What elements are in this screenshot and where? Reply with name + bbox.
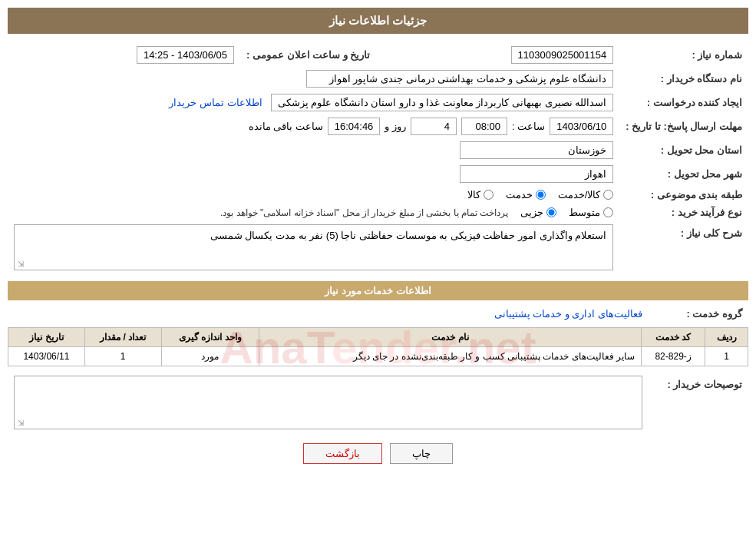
namDastgah-label: نام دستگاه خریدار : xyxy=(619,67,748,91)
ostan-value-cell: خوزستان xyxy=(8,138,619,162)
col-tarikh: تاریخ نیاز xyxy=(8,328,85,347)
tabaqe-value-cell: کالا/خدمت خدمت کالا xyxy=(8,186,619,204)
services-table: ردیف کد خدمت نام خدمت واحد اندازه گیری ت… xyxy=(8,327,748,366)
tarikh-value-cell: 1403/06/05 - 14:25 xyxy=(8,43,240,67)
tarikh-value: 1403/06/05 - 14:25 xyxy=(137,46,234,64)
button-row: چاپ بازگشت xyxy=(8,443,748,464)
mohlat-saat: 08:00 xyxy=(461,118,507,135)
namDastgah-value: دانشگاه علوم پزشکی و خدمات بهداشتی درمان… xyxy=(306,70,613,88)
radio-khadamat-label: خدمت xyxy=(506,189,533,200)
cell-tarikh: 1403/06/11 xyxy=(8,347,85,366)
radio-kala-khadamat: کالا/خدمت xyxy=(558,189,614,200)
row-tawzih: توصیحات خریدار : ⇲ xyxy=(8,373,748,432)
page-title: جزئیات اطلاعات نیاز xyxy=(329,14,427,27)
sharhKoli-box: استعلام واگذاری امور حفاظت فیزیکی به موس… xyxy=(14,224,613,270)
page-header: جزئیات اطلاعات نیاز xyxy=(8,8,748,34)
mohlat-roz: 4 xyxy=(411,118,457,135)
shomareNiaz-value: 1103009025001154 xyxy=(511,46,614,64)
mohlat-label: مهلت ارسال پاسخ: تا تاریخ : xyxy=(619,114,748,138)
ijadKonande-value-cell: اسدالله نصیری بهبهانی کاربرداز معاونت غذ… xyxy=(8,91,619,114)
radio-kala-khadamat-label: کالا/خدمت xyxy=(558,189,601,200)
shomareNiaz-value-cell: 1103009025001154 xyxy=(376,43,619,67)
mohlat-value-cell: 1403/06/10 ساعت : 08:00 4 روز و 16:04:46… xyxy=(8,114,619,138)
namDastgah-value-cell: دانشگاه علوم پزشکی و خدمات بهداشتی درمان… xyxy=(8,67,619,91)
ijadKonande-value: اسدالله نصیری بهبهانی کاربرداز معاونت غذ… xyxy=(271,94,614,111)
groheKhadamat-value[interactable]: فعالیت‌های اداری و خدمات پشتیبانی xyxy=(494,308,642,320)
shahr-label: شهر محل تحویل : xyxy=(619,162,748,186)
noFarayand-label: نوع فرآیند خرید : xyxy=(619,204,748,221)
row-groheKhadamat: گروه خدمت : فعالیت‌های اداری و خدمات پشت… xyxy=(8,305,748,323)
ostan-label: استان محل تحویل : xyxy=(619,138,748,162)
mohlat-baqi: 16:04:46 xyxy=(328,118,381,135)
sharhKoli-label: شرح کلی نیاز : xyxy=(619,221,748,273)
radio-motevaset: متوسط xyxy=(569,207,613,218)
radio-jazii-label: جزیی xyxy=(520,207,543,218)
sharhKoli-value-cell: استعلام واگذاری امور حفاظت فیزیکی به موس… xyxy=(8,221,619,273)
col-vahed: واحد اندازه گیری xyxy=(161,328,259,347)
cell-tedad: 1 xyxy=(84,347,161,366)
shomareNiaz-label: شماره نیاز : xyxy=(619,43,748,67)
radio-jazii-input[interactable] xyxy=(546,207,556,217)
mohlat-baqi-label: ساعت باقی مانده xyxy=(249,121,323,132)
ijadKonande-label: ایجاد کننده درخواست : xyxy=(619,91,748,114)
row-sharhKoli: شرح کلی نیاز : استعلام واگذاری امور حفاظ… xyxy=(8,221,748,273)
ostan-value: خوزستان xyxy=(460,141,613,159)
groheKhadamat-value-cell: فعالیت‌های اداری و خدمات پشتیبانی xyxy=(8,305,649,323)
row-shahr: شهر محل تحویل : اهواز xyxy=(8,162,748,186)
tabaqe-label: طبقه بندی موضوعی : xyxy=(619,186,748,204)
row-ijad: ایجاد کننده درخواست : اسدالله نصیری بهبه… xyxy=(8,91,748,114)
services-table-header-row: ردیف کد خدمت نام خدمت واحد اندازه گیری ت… xyxy=(8,328,748,347)
radio-kala-label: کالا xyxy=(467,189,480,200)
radio-khadamat-input[interactable] xyxy=(536,190,546,200)
cell-radif: 1 xyxy=(705,347,748,366)
col-nam: نام خدمت xyxy=(259,328,642,347)
col-tedad: تعداد / مقدار xyxy=(84,328,161,347)
row-tabaqe: طبقه بندی موضوعی : کالا/خدمت خدمت کالا xyxy=(8,186,748,204)
tawzih-table: توصیحات خریدار : ⇲ xyxy=(8,373,748,432)
tawzih-label: توصیحات خریدار : xyxy=(649,373,748,432)
radio-motevaset-label: متوسط xyxy=(569,207,600,218)
shahr-value: اهواز xyxy=(460,165,613,183)
services-section-title: اطلاعات خدمات مورد نیاز xyxy=(8,281,748,300)
row-namDastgah: نام دستگاه خریدار : دانشگاه علوم پزشکی و… xyxy=(8,67,748,91)
radio-kala: کالا xyxy=(467,189,494,200)
ettelaatTamas-link[interactable]: اطلاعات تماس خریدار xyxy=(169,97,262,108)
back-button[interactable]: بازگشت xyxy=(303,443,382,464)
cell-nam: سایر فعالیت‌های خدمات پشتیبانی کسب و کار… xyxy=(259,347,642,366)
sharh-resize-icon: ⇲ xyxy=(18,260,24,268)
radio-jazii: جزیی xyxy=(520,207,556,218)
row-shomareNiaz: شماره نیاز : 1103009025001154 تاریخ و سا… xyxy=(8,43,748,67)
mohlat-roz-label: روز و xyxy=(385,121,406,132)
cell-vahed: مورد xyxy=(161,347,259,366)
radio-khadamat: خدمت xyxy=(506,189,546,200)
tarikh-label: تاریخ و ساعت اعلان عمومی : xyxy=(240,43,376,67)
col-kod: کد خدمت xyxy=(641,328,705,347)
mohlat-date: 1403/06/10 xyxy=(550,118,613,135)
noFarayand-value-cell: متوسط جزیی پرداخت تمام یا بخشی از مبلغ خ… xyxy=(8,204,619,221)
radio-kala-input[interactable] xyxy=(484,190,494,200)
mohlat-saat-label: ساعت : xyxy=(512,121,545,132)
noFarayand-desc: پرداخت تمام یا بخشی از مبلغ خریدار از مح… xyxy=(220,207,508,218)
radio-motevaset-input[interactable] xyxy=(603,207,613,217)
row-mohlat: مهلت ارسال پاسخ: تا تاریخ : 1403/06/10 س… xyxy=(8,114,748,138)
print-button[interactable]: چاپ xyxy=(390,443,453,464)
col-radif: ردیف xyxy=(705,328,748,347)
shahr-value-cell: اهواز xyxy=(8,162,619,186)
row-ostan: استان محل تحویل : خوزستان xyxy=(8,138,748,162)
main-info-table: شماره نیاز : 1103009025001154 تاریخ و سا… xyxy=(8,43,748,273)
table-row: 1 ز-829-82 سایر فعالیت‌های خدمات پشتیبان… xyxy=(8,347,748,366)
groheKhadamat-label: گروه خدمت : xyxy=(649,305,748,323)
sharhKoli-value: استعلام واگذاری امور حفاظت فیزیکی به موس… xyxy=(210,230,606,241)
services-table-wrapper: AnaTender.net ردیف کد خدمت نام خدمت واحد… xyxy=(8,327,748,366)
cell-kod: ز-829-82 xyxy=(641,347,705,366)
tawzih-resize-icon: ⇲ xyxy=(18,419,24,427)
page-wrapper: جزئیات اطلاعات نیاز شماره نیاز : 1103009… xyxy=(0,0,756,540)
group-khadamat-table: گروه خدمت : فعالیت‌های اداری و خدمات پشت… xyxy=(8,305,748,323)
tawzih-value-cell: ⇲ xyxy=(8,373,649,432)
radio-kala-khadamat-input[interactable] xyxy=(603,190,613,200)
row-noFarayand: نوع فرآیند خرید : متوسط جزیی پرداخت تمام… xyxy=(8,204,748,221)
tawzih-box: ⇲ xyxy=(14,376,642,429)
